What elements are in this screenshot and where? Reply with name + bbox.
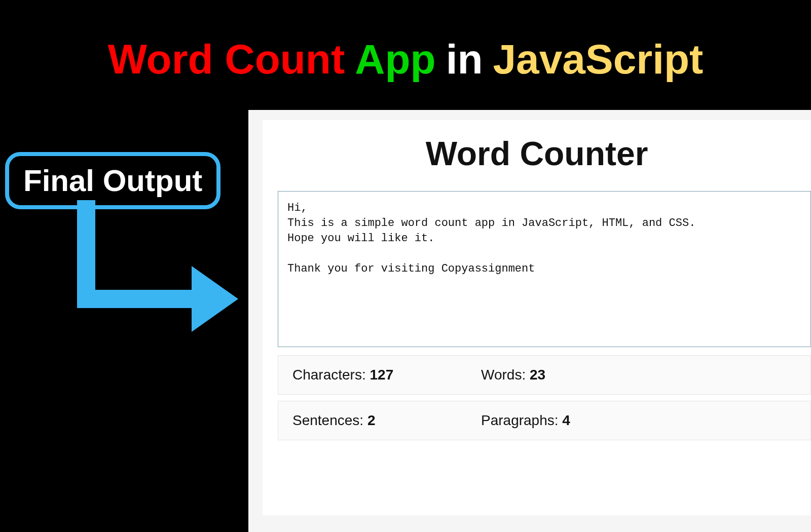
stat-paragraphs-value: 4 [562,412,570,428]
stat-characters-value: 127 [370,367,394,383]
arrow-icon [71,200,243,342]
app-heading: Word Counter [278,134,811,173]
stat-paragraphs: Paragraphs: 4 [481,412,796,429]
stat-paragraphs-label: Paragraphs: [481,412,562,428]
stat-words-value: 23 [530,367,545,383]
title-word-count: Word Count [108,35,345,83]
title-javascript: JavaScript [493,35,704,83]
stats-row-2: Sentences: 2 Paragraphs: 4 [278,401,811,440]
stat-characters-label: Characters: [292,367,370,383]
stat-characters: Characters: 127 [292,367,481,383]
page-title: Word Count App in JavaScript [0,0,811,83]
title-app: App [355,35,435,83]
final-output-label: Final Output [23,164,202,198]
stat-words-label: Words: [481,367,530,383]
text-input[interactable] [278,191,811,347]
title-in: in [446,35,483,83]
app-inner: Word Counter Characters: 127 Words: 23 S… [263,120,811,515]
stats-row-1: Characters: 127 Words: 23 [278,355,811,395]
app-preview-panel: Word Counter Characters: 127 Words: 23 S… [248,110,811,532]
stat-sentences-label: Sentences: [292,412,367,428]
stat-sentences-value: 2 [367,412,376,428]
stat-words: Words: 23 [481,367,796,383]
stat-sentences: Sentences: 2 [292,412,481,429]
